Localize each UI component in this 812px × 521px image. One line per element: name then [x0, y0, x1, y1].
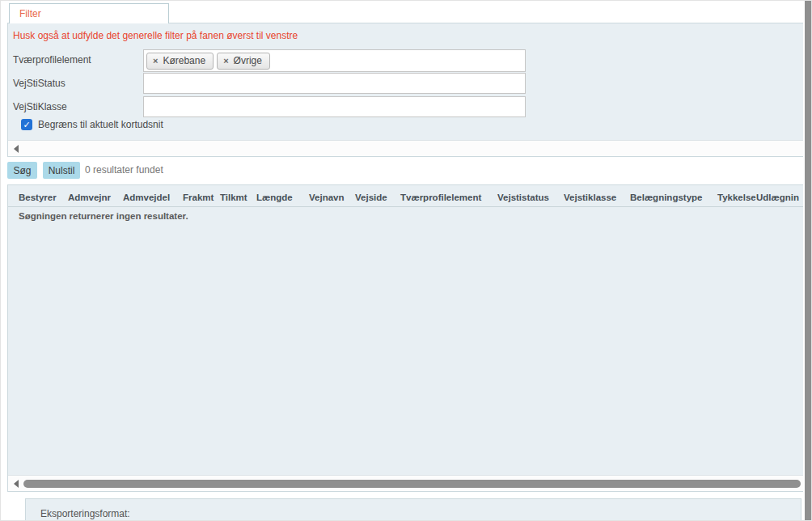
filter-search-window: Filter Husk også at udfylde det generell… — [0, 0, 812, 521]
form-row-tvaerprofilelement: Tværprofilelement × Kørebane × Øvrige — [8, 49, 804, 72]
vejstiklasse-input[interactable] — [143, 96, 526, 117]
column-header[interactable]: Vejside — [355, 193, 400, 202]
limit-to-map-extent-checkbox[interactable]: ✓ — [21, 119, 32, 130]
tab-filter[interactable]: Filter — [9, 3, 169, 23]
column-header[interactable]: Frakmt — [183, 193, 220, 202]
tag-label: Øvrige — [234, 55, 262, 66]
column-header[interactable]: Tilkmt — [220, 193, 256, 202]
remove-tag-icon[interactable]: × — [223, 57, 228, 66]
results-panel: Bestyrer Admvejnr Admvejdel Frakmt Tilkm… — [7, 184, 805, 492]
empty-results-message: Søgningen returnerer ingen resultater. — [19, 211, 188, 221]
column-header[interactable]: Admvejnr — [68, 193, 123, 202]
column-header[interactable]: Bestyrer — [19, 193, 68, 202]
column-header[interactable]: Tværprofilelement — [400, 193, 497, 202]
filter-panel: Husk også at udfylde det generelle filte… — [7, 23, 805, 157]
form-row-vejstistatus: VejStiStatus — [8, 73, 804, 94]
column-header[interactable]: Admvejdel — [123, 193, 183, 202]
column-header[interactable]: Vejstiklasse — [564, 193, 630, 202]
vejstistatus-label: VejStiStatus — [13, 78, 66, 89]
horizontal-scrollbar-thumb[interactable] — [23, 480, 801, 488]
scroll-left-icon[interactable] — [14, 480, 19, 488]
tab-filter-label: Filter — [19, 8, 41, 19]
tvaerprofilelement-label: Tværprofilelement — [13, 54, 91, 66]
results-count-text: 0 resultater fundet — [85, 164, 163, 176]
column-header[interactable]: Tykkelse — [717, 193, 756, 202]
vejstistatus-input[interactable] — [143, 73, 526, 94]
column-header[interactable]: Belægningstype — [630, 193, 717, 202]
form-row-vejstiklasse: VejStiKlasse — [8, 96, 804, 117]
tag-korebane[interactable]: × Kørebane — [146, 53, 214, 70]
column-header[interactable]: Vejnavn — [309, 193, 355, 202]
scroll-left-icon[interactable] — [14, 145, 19, 153]
vertical-scrollbar-thumb[interactable] — [805, 1, 811, 521]
limit-to-map-extent-row: ✓ Begræns til aktuelt kortudsnit — [21, 119, 163, 130]
limit-to-map-extent-label: Begræns til aktuelt kortudsnit — [38, 119, 163, 130]
column-header[interactable]: Vejstistatus — [497, 193, 564, 202]
column-header[interactable]: Udlægnin — [756, 193, 805, 202]
search-button[interactable]: Søg — [7, 162, 37, 179]
filter-horizontal-scrollbar[interactable] — [8, 140, 804, 156]
tag-ovrige[interactable]: × Øvrige — [217, 53, 270, 70]
tvaerprofilelement-input[interactable]: × Kørebane × Øvrige — [143, 49, 526, 72]
vejstiklasse-label: VejStiKlasse — [13, 101, 67, 112]
reset-button[interactable]: Nulstil — [43, 162, 80, 179]
vertical-scrollbar[interactable] — [803, 1, 811, 521]
export-panel: Eksporteringsformat: — [25, 498, 801, 521]
filter-warning-text: Husk også at udfylde det generelle filte… — [13, 30, 298, 41]
export-format-label: Eksporteringsformat: — [40, 508, 130, 519]
results-table-header: Bestyrer Admvejnr Admvejdel Frakmt Tilkm… — [8, 188, 805, 207]
column-header[interactable]: Længde — [256, 193, 309, 202]
remove-tag-icon[interactable]: × — [153, 57, 158, 66]
results-horizontal-scrollbar[interactable] — [8, 475, 804, 491]
tag-label: Kørebane — [163, 55, 205, 66]
